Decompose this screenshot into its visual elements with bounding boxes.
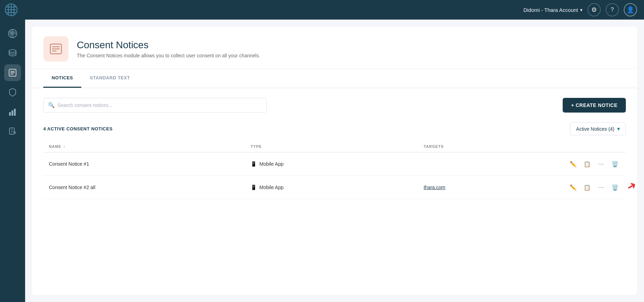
logo-area [0,2,19,17]
notices-count-label: 4 ACTIVE CONSENT NOTICES [43,126,113,131]
edit-button[interactable]: ✏️ [568,159,578,169]
col-actions [562,141,626,152]
svg-point-12 [9,50,16,52]
notice-targets: thara.com [418,176,562,199]
create-notice-button[interactable]: + CREATE NOTICE [563,98,626,113]
content-area: 🔍 + CREATE NOTICE 4 ACTIVE CONSENT NOTIC… [32,88,637,209]
copy-button[interactable]: 📋 [582,159,592,169]
delete-button[interactable]: 🗑️ [610,159,620,169]
table-row: Consent Notice #2 all 📱 Mobile App [43,176,626,199]
sidebar-item-dashboard[interactable] [4,25,21,42]
sidebar [0,0,25,302]
search-wrap: 🔍 [43,98,267,113]
gear-icon: ⚙ [591,6,597,14]
edit-button[interactable]: ✏️ [568,182,578,193]
col-targets: TARGETS [418,141,562,152]
page-subtitle: The Consent Notices module allows you to… [77,53,260,58]
header-icon-wrap [43,36,68,62]
tab-notices[interactable]: NOTICES [43,69,81,88]
svg-rect-17 [9,112,11,116]
page-header: Consent Notices The Consent Notices modu… [32,27,637,69]
filter-chevron-icon: ▾ [617,125,620,132]
notice-name: Consent Notice #2 all [43,176,245,199]
filter-dropdown[interactable]: Active Notices (4) ▾ [570,122,626,135]
account-name: Didomi - Thara Account [524,7,578,13]
filter-label: Active Notices (4) [576,126,614,132]
question-icon: ? [611,7,614,13]
top-navbar: Didomi - Thara Account ▾ ⚙ ? 👤 [0,0,644,20]
table-header: NAME ↑ TYPE TARGETS [43,141,626,152]
search-create-row: 🔍 + CREATE NOTICE [43,98,626,113]
user-icon: 👤 [627,6,634,14]
col-type: TYPE [245,141,418,152]
delete-button[interactable]: 🗑️ [610,182,620,193]
notice-name: Consent Notice #1 [43,152,245,176]
notices-tbody: Consent Notice #1 📱 Mobile App [43,152,626,199]
copy-button[interactable]: 📋 [582,182,592,193]
notices-header: 4 ACTIVE CONSENT NOTICES Active Notices … [43,122,626,135]
col-name: NAME ↑ [43,141,245,152]
header-text-wrap: Consent Notices The Consent Notices modu… [77,39,260,58]
separator-btn: — [596,182,606,193]
top-nav-right: Didomi - Thara Account ▾ ⚙ ? 👤 [524,3,637,16]
account-chevron-icon: ▾ [580,7,583,13]
svg-point-7 [8,29,17,38]
tabs-bar: NOTICES STANDARD TEXT [32,69,637,88]
mobile-app-icon: 📱 [251,185,257,190]
user-menu-button[interactable]: 👤 [624,3,637,16]
tab-standard-text[interactable]: STANDARD TEXT [81,69,138,88]
account-selector[interactable]: Didomi - Thara Account ▾ [524,7,583,13]
target-link[interactable]: thara.com [424,185,445,190]
sidebar-item-reports[interactable] [4,123,21,140]
svg-rect-19 [14,109,16,116]
red-arrow-indicator: ➜ [624,178,639,194]
page-container: Consent Notices The Consent Notices modu… [32,27,637,295]
help-button[interactable]: ? [606,3,619,16]
mobile-app-icon: 📱 [251,161,257,167]
notices-table: NAME ↑ TYPE TARGETS [43,141,626,199]
sidebar-item-shield[interactable] [4,84,21,101]
page-title: Consent Notices [77,39,260,51]
notice-targets [418,152,562,176]
notice-actions: ✏️ 📋 — 🗑️ [562,152,626,176]
notice-type: 📱 Mobile App [245,152,418,176]
search-icon: 🔍 [48,102,55,108]
main-content: Consent Notices The Consent Notices modu… [25,20,644,302]
notices-table-wrap: NAME ↑ TYPE TARGETS [43,141,626,199]
sidebar-item-analytics[interactable] [4,103,21,120]
svg-rect-18 [12,110,13,116]
notice-actions: ✏️ 📋 — 🗑️ ➜ [562,176,626,199]
notice-type: 📱 Mobile App [245,176,418,199]
sort-icon[interactable]: ↑ [64,145,66,149]
table-row: Consent Notice #1 📱 Mobile App [43,152,626,176]
app-logo[interactable] [3,2,19,17]
separator-btn: — [596,159,606,169]
search-input[interactable] [43,98,267,113]
sidebar-item-notices[interactable] [4,64,21,81]
settings-button[interactable]: ⚙ [587,3,601,16]
sidebar-item-data[interactable] [4,45,21,62]
